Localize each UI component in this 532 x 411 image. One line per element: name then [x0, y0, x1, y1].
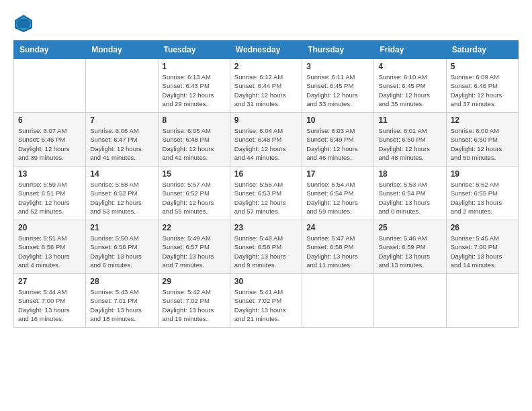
header-saturday: Saturday — [446, 41, 518, 59]
day-info: Sunrise: 6:12 AM Sunset: 6:44 PM Dayligh… — [234, 73, 298, 108]
page-header — [13, 13, 519, 34]
day-number: 19 — [451, 169, 514, 179]
day-cell — [302, 274, 374, 328]
day-number: 3 — [306, 62, 369, 71]
day-number: 12 — [451, 116, 514, 125]
day-cell: 6Sunrise: 6:07 AM Sunset: 6:46 PM Daylig… — [14, 113, 86, 167]
day-cell: 11Sunrise: 6:01 AM Sunset: 6:50 PM Dayli… — [374, 113, 446, 167]
day-info: Sunrise: 5:42 AM Sunset: 7:02 PM Dayligh… — [163, 287, 226, 323]
day-number: 2 — [234, 62, 298, 71]
day-number: 29 — [163, 277, 226, 286]
day-cell: 26Sunrise: 5:45 AM Sunset: 7:00 PM Dayli… — [446, 220, 518, 274]
day-cell: 23Sunrise: 5:48 AM Sunset: 6:58 PM Dayli… — [230, 220, 302, 274]
day-info: Sunrise: 6:11 AM Sunset: 6:45 PM Dayligh… — [306, 73, 369, 108]
day-info: Sunrise: 5:52 AM Sunset: 6:55 PM Dayligh… — [451, 180, 514, 216]
day-cell: 16Sunrise: 5:56 AM Sunset: 6:53 PM Dayli… — [230, 167, 302, 220]
day-cell: 24Sunrise: 5:47 AM Sunset: 6:58 PM Dayli… — [302, 220, 374, 274]
day-cell: 20Sunrise: 5:51 AM Sunset: 6:56 PM Dayli… — [14, 220, 86, 274]
day-info: Sunrise: 5:48 AM Sunset: 6:58 PM Dayligh… — [234, 234, 298, 269]
day-number: 5 — [451, 62, 514, 71]
day-number: 20 — [18, 223, 81, 232]
day-number: 28 — [90, 277, 153, 286]
logo — [13, 13, 36, 34]
day-number: 17 — [306, 169, 369, 179]
day-info: Sunrise: 5:53 AM Sunset: 6:54 PM Dayligh… — [378, 180, 441, 216]
calendar: SundayMondayTuesdayWednesdayThursdayFrid… — [13, 40, 519, 328]
day-number: 16 — [234, 169, 298, 179]
calendar-header-row: SundayMondayTuesdayWednesdayThursdayFrid… — [14, 41, 519, 59]
day-cell: 3Sunrise: 6:11 AM Sunset: 6:45 PM Daylig… — [302, 59, 374, 113]
day-info: Sunrise: 5:46 AM Sunset: 6:59 PM Dayligh… — [378, 234, 441, 269]
day-info: Sunrise: 5:47 AM Sunset: 6:58 PM Dayligh… — [306, 234, 369, 269]
day-cell: 1Sunrise: 6:13 AM Sunset: 6:43 PM Daylig… — [158, 59, 230, 113]
day-cell: 29Sunrise: 5:42 AM Sunset: 7:02 PM Dayli… — [158, 274, 230, 328]
day-cell: 18Sunrise: 5:53 AM Sunset: 6:54 PM Dayli… — [374, 167, 446, 220]
week-row-3: 20Sunrise: 5:51 AM Sunset: 6:56 PM Dayli… — [14, 220, 519, 274]
day-info: Sunrise: 6:05 AM Sunset: 6:48 PM Dayligh… — [163, 126, 226, 162]
day-info: Sunrise: 6:10 AM Sunset: 6:45 PM Dayligh… — [378, 73, 441, 108]
calendar-body: 1Sunrise: 6:13 AM Sunset: 6:43 PM Daylig… — [14, 59, 519, 328]
day-number: 24 — [306, 223, 369, 232]
day-number: 1 — [163, 62, 226, 71]
day-number: 14 — [90, 169, 153, 179]
day-number: 30 — [234, 277, 298, 286]
header-tuesday: Tuesday — [158, 41, 230, 59]
day-cell: 9Sunrise: 6:04 AM Sunset: 6:48 PM Daylig… — [230, 113, 302, 167]
day-cell — [374, 274, 446, 328]
day-cell: 13Sunrise: 5:59 AM Sunset: 6:51 PM Dayli… — [14, 167, 86, 220]
day-number: 25 — [378, 223, 441, 232]
day-cell: 2Sunrise: 6:12 AM Sunset: 6:44 PM Daylig… — [230, 59, 302, 113]
day-info: Sunrise: 5:59 AM Sunset: 6:51 PM Dayligh… — [18, 180, 81, 216]
header-friday: Friday — [374, 41, 446, 59]
day-info: Sunrise: 6:01 AM Sunset: 6:50 PM Dayligh… — [378, 126, 441, 162]
header-sunday: Sunday — [14, 41, 86, 59]
day-number: 15 — [163, 169, 226, 179]
day-info: Sunrise: 5:41 AM Sunset: 7:02 PM Dayligh… — [234, 287, 298, 323]
day-cell — [14, 59, 86, 113]
day-number: 7 — [90, 116, 153, 125]
day-cell: 28Sunrise: 5:43 AM Sunset: 7:01 PM Dayli… — [86, 274, 158, 328]
day-cell: 19Sunrise: 5:52 AM Sunset: 6:55 PM Dayli… — [446, 167, 518, 220]
day-info: Sunrise: 5:56 AM Sunset: 6:53 PM Dayligh… — [234, 180, 298, 216]
day-cell: 8Sunrise: 6:05 AM Sunset: 6:48 PM Daylig… — [158, 113, 230, 167]
day-number: 18 — [378, 169, 441, 179]
day-cell — [446, 274, 518, 328]
day-info: Sunrise: 5:58 AM Sunset: 6:52 PM Dayligh… — [90, 180, 153, 216]
day-info: Sunrise: 5:50 AM Sunset: 6:56 PM Dayligh… — [90, 234, 153, 269]
day-cell: 17Sunrise: 5:54 AM Sunset: 6:54 PM Dayli… — [302, 167, 374, 220]
day-cell: 27Sunrise: 5:44 AM Sunset: 7:00 PM Dayli… — [14, 274, 86, 328]
day-number: 9 — [234, 116, 298, 125]
day-info: Sunrise: 5:51 AM Sunset: 6:56 PM Dayligh… — [18, 234, 81, 269]
day-number: 22 — [163, 223, 226, 232]
day-info: Sunrise: 5:43 AM Sunset: 7:01 PM Dayligh… — [90, 287, 153, 323]
day-number: 10 — [306, 116, 369, 125]
week-row-0: 1Sunrise: 6:13 AM Sunset: 6:43 PM Daylig… — [14, 59, 519, 113]
day-info: Sunrise: 5:44 AM Sunset: 7:00 PM Dayligh… — [18, 287, 81, 323]
day-cell: 4Sunrise: 6:10 AM Sunset: 6:45 PM Daylig… — [374, 59, 446, 113]
day-cell: 22Sunrise: 5:49 AM Sunset: 6:57 PM Dayli… — [158, 220, 230, 274]
calendar-header: SundayMondayTuesdayWednesdayThursdayFrid… — [14, 41, 519, 59]
week-row-4: 27Sunrise: 5:44 AM Sunset: 7:00 PM Dayli… — [14, 274, 519, 328]
day-cell: 21Sunrise: 5:50 AM Sunset: 6:56 PM Dayli… — [86, 220, 158, 274]
day-cell: 5Sunrise: 6:09 AM Sunset: 6:46 PM Daylig… — [446, 59, 518, 113]
day-cell: 12Sunrise: 6:00 AM Sunset: 6:50 PM Dayli… — [446, 113, 518, 167]
day-cell: 30Sunrise: 5:41 AM Sunset: 7:02 PM Dayli… — [230, 274, 302, 328]
header-wednesday: Wednesday — [230, 41, 302, 59]
day-number: 4 — [378, 62, 441, 71]
day-info: Sunrise: 5:49 AM Sunset: 6:57 PM Dayligh… — [163, 234, 226, 269]
day-number: 8 — [163, 116, 226, 125]
day-info: Sunrise: 6:03 AM Sunset: 6:49 PM Dayligh… — [306, 126, 369, 162]
day-number: 11 — [378, 116, 441, 125]
day-info: Sunrise: 6:09 AM Sunset: 6:46 PM Dayligh… — [451, 73, 514, 108]
day-number: 21 — [90, 223, 153, 232]
day-info: Sunrise: 5:54 AM Sunset: 6:54 PM Dayligh… — [306, 180, 369, 216]
day-cell: 10Sunrise: 6:03 AM Sunset: 6:49 PM Dayli… — [302, 113, 374, 167]
logo-icon — [13, 13, 34, 34]
day-number: 26 — [451, 223, 514, 232]
header-monday: Monday — [86, 41, 158, 59]
day-cell — [86, 59, 158, 113]
day-info: Sunrise: 6:13 AM Sunset: 6:43 PM Dayligh… — [163, 73, 226, 108]
day-info: Sunrise: 6:07 AM Sunset: 6:46 PM Dayligh… — [18, 126, 81, 162]
day-info: Sunrise: 6:00 AM Sunset: 6:50 PM Dayligh… — [451, 126, 514, 162]
day-info: Sunrise: 6:06 AM Sunset: 6:47 PM Dayligh… — [90, 126, 153, 162]
